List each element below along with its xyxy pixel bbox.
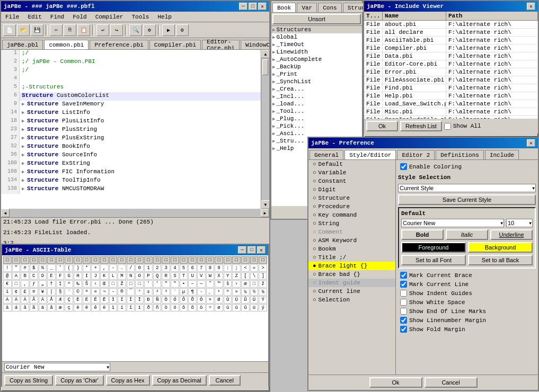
ascii-cell[interactable]: Á [12, 296, 21, 304]
ascii-cell[interactable]: i [3, 288, 12, 296]
ascii-cell[interactable]: — [197, 280, 206, 288]
list-item[interactable]: ▶ _Plug... [271, 115, 362, 122]
ascii-cell[interactable]: 4 [171, 264, 179, 272]
ascii-cell[interactable]: I [83, 272, 91, 280]
ascii-cell[interactable]: › [232, 280, 241, 288]
list-item[interactable]: ▶ _Pick... [271, 122, 362, 130]
ascii-cell[interactable]: 2 [153, 264, 162, 272]
ascii-cell[interactable]: á [12, 304, 21, 311]
ascii-cell[interactable]: ¶ [188, 288, 197, 296]
include-row-12[interactable]: File OpenIncludeFile.pbi F:\alternate ri… [364, 116, 538, 119]
pref-font-select[interactable]: Courier New [401, 219, 504, 227]
ascii-cell[interactable]: Z [232, 272, 241, 280]
include-row-6[interactable]: File Error.pbi F:\alternate rich\ [364, 68, 538, 76]
ascii-cell[interactable]: ã [30, 304, 38, 311]
ascii-cell[interactable]: ¥ [39, 288, 47, 296]
ascii-cell[interactable]: _ [47, 264, 56, 272]
ascii-cell[interactable]: ë [100, 304, 109, 311]
ascii-cell[interactable]: + [91, 264, 100, 272]
white-space-checkbox[interactable] [400, 299, 407, 306]
ascii-cell[interactable]: D [39, 272, 47, 280]
ascii-cell[interactable]: É [83, 296, 91, 304]
set-all-back-button[interactable]: Set to all Back [468, 255, 533, 265]
copy-hex-button[interactable]: Copy as Hex [106, 375, 150, 386]
ascii-cell[interactable]: ' [153, 280, 162, 288]
ascii-cell[interactable]: û [241, 304, 250, 311]
ascii-cell[interactable]: ± [144, 288, 153, 296]
tab-compiler[interactable]: Compiler.pbi [149, 40, 201, 49]
ascii-cell[interactable]: Õ [188, 296, 197, 304]
ascii-cell[interactable]: : [224, 264, 232, 272]
ascii-cell[interactable]: Ö [197, 296, 206, 304]
pref-size-select[interactable]: 10 [506, 219, 533, 227]
ascii-cell[interactable]: ¹ [215, 288, 223, 296]
ascii-cell[interactable]: ï [135, 304, 144, 311]
code-editor[interactable]: 1 ;/ 2 ;/ jaPBe - Common.PBI 3 ;/ 4 5 ;-… [1, 50, 261, 209]
ascii-cell[interactable]: J [91, 272, 100, 280]
ascii-cell[interactable]: ñ [153, 304, 162, 311]
ascii-cell[interactable]: Ú [232, 296, 241, 304]
ascii-cell[interactable]: S [171, 272, 179, 280]
ascii-cell[interactable]: § [56, 288, 65, 296]
ascii-cell[interactable]: □ [30, 256, 38, 264]
ascii-cell[interactable]: ² [153, 288, 162, 296]
ascii-cell[interactable]: □ [153, 256, 162, 264]
ascii-cell[interactable]: ! [3, 264, 12, 272]
ascii-cell[interactable]: Ø [215, 296, 223, 304]
tab-preference[interactable]: Preference.pbi [90, 40, 148, 49]
style-item-keycommand[interactable]: ○ Key command [308, 211, 395, 219]
style-item-indent-guide[interactable]: ○ Indent guide [308, 279, 395, 287]
ascii-cell[interactable]: î [127, 304, 135, 311]
ascii-cell[interactable]: □ [250, 256, 259, 264]
tab-common[interactable]: common.pbi [44, 40, 89, 49]
ascii-cell[interactable]: ª [83, 288, 91, 296]
ascii-cell[interactable]: □ [224, 256, 232, 264]
pref-tab-definitions[interactable]: Definitions [436, 150, 484, 159]
underline-button[interactable]: Underline [490, 229, 533, 240]
scroll-up-btn[interactable]: ▲ [261, 50, 270, 58]
fold-margin-checkbox[interactable] [400, 326, 407, 333]
ascii-cell[interactable]: Œ [100, 280, 109, 288]
ascii-cell[interactable]: Ã [30, 296, 38, 304]
ascii-cell[interactable]: Ñ [153, 296, 162, 304]
ascii-cell[interactable]: š [224, 280, 232, 288]
tab-book[interactable]: Book [272, 3, 296, 12]
ascii-cell[interactable]: [ [241, 272, 250, 280]
ascii-cell[interactable]: Ï [135, 296, 144, 304]
menu-edit[interactable]: Edit [25, 13, 43, 21]
ascii-cell[interactable]: ^ [65, 280, 73, 288]
ascii-cell[interactable]: í [118, 304, 126, 311]
ascii-cell[interactable]: □ [118, 256, 126, 264]
ascii-cell[interactable]: ¯ [127, 288, 135, 296]
toolbar-run[interactable]: ⚙ [176, 24, 189, 36]
editor-scrollbar-v[interactable]: ▲ ▼ [261, 50, 269, 209]
ascii-cell[interactable]: □ [144, 256, 153, 264]
copy-string-button[interactable]: Copy as String [4, 375, 53, 386]
ascii-cell[interactable]: • [180, 280, 188, 288]
ascii-cell[interactable]: K [100, 272, 109, 280]
ascii-cell[interactable]: € [3, 280, 12, 288]
ascii-cell[interactable]: ¸ [206, 288, 215, 296]
ascii-cell[interactable]: Ò [162, 296, 170, 304]
ascii-cell[interactable]: õ [188, 304, 197, 311]
ascii-cell[interactable]: □ [259, 256, 267, 264]
ascii-minimize[interactable]: ─ [238, 246, 246, 254]
ascii-cell[interactable]: à [3, 304, 12, 311]
ascii-cell[interactable]: T [180, 272, 188, 280]
ascii-cell[interactable]: ö [197, 304, 206, 311]
ascii-cell[interactable]: ( [65, 264, 73, 272]
background-button[interactable]: Background [468, 242, 533, 253]
ascii-cell[interactable]: , [100, 264, 109, 272]
pref-close[interactable]: ✕ [527, 139, 535, 147]
scroll-track[interactable] [261, 58, 269, 200]
ascii-cell[interactable]: ð [144, 304, 153, 311]
ascii-cell[interactable]: □ [135, 256, 144, 264]
ascii-cell[interactable]: % [39, 264, 47, 272]
ascii-cell[interactable]: Å [47, 296, 56, 304]
pref-tab-include[interactable]: Include [485, 150, 519, 159]
ascii-cell[interactable]: Æ [56, 296, 65, 304]
ascii-cell[interactable]: ‰ [74, 280, 82, 288]
list-item[interactable]: ▶ _Tool... [271, 108, 362, 115]
style-item-default[interactable]: ○ Default [308, 160, 395, 168]
ascii-cell[interactable]: – [188, 280, 197, 288]
